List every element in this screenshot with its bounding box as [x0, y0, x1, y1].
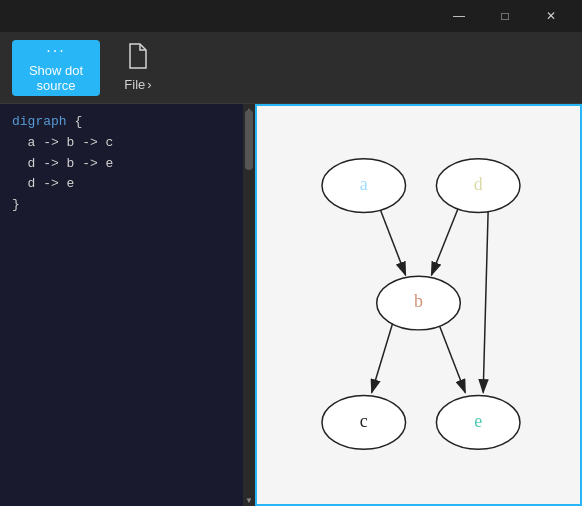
code-panel: digraph { a -> b -> c d -> b -> e d -> e…	[0, 104, 255, 506]
main-content: digraph { a -> b -> c d -> b -> e d -> e…	[0, 104, 582, 506]
graph-panel: a d b c e	[255, 104, 582, 506]
dots-icon: ···	[46, 43, 65, 59]
graph-svg: a d b c e	[257, 106, 580, 504]
maximize-button[interactable]: □	[482, 0, 528, 32]
close-button[interactable]: ✕	[528, 0, 574, 32]
file-icon	[127, 43, 149, 73]
show-dot-source-button[interactable]: ··· Show dot source	[12, 40, 100, 96]
toolbar: ··· Show dot source File ›	[0, 32, 582, 104]
scrollbar-down-arrow[interactable]: ▼	[243, 494, 255, 506]
edge-d-e	[483, 210, 488, 392]
scrollbar[interactable]: ▲ ▼	[243, 104, 255, 506]
edge-a-b	[379, 206, 406, 276]
file-menu-button[interactable]: File ›	[108, 40, 168, 96]
edge-d-b	[431, 206, 459, 276]
title-bar: — □ ✕	[0, 0, 582, 32]
title-bar-controls: — □ ✕	[436, 0, 574, 32]
node-label-d: d	[474, 174, 483, 194]
scrollbar-thumb[interactable]	[245, 110, 253, 170]
edge-b-c	[372, 320, 394, 393]
minimize-button[interactable]: —	[436, 0, 482, 32]
file-label: File ›	[124, 77, 151, 92]
edge-b-e	[438, 323, 465, 393]
code-editor: digraph { a -> b -> c d -> b -> e d -> e…	[0, 104, 255, 224]
node-label-b: b	[414, 291, 423, 311]
node-label-e: e	[474, 411, 482, 431]
node-label-a: a	[360, 174, 368, 194]
show-dot-source-label: Show dot source	[16, 63, 96, 93]
node-label-c: c	[360, 411, 368, 431]
